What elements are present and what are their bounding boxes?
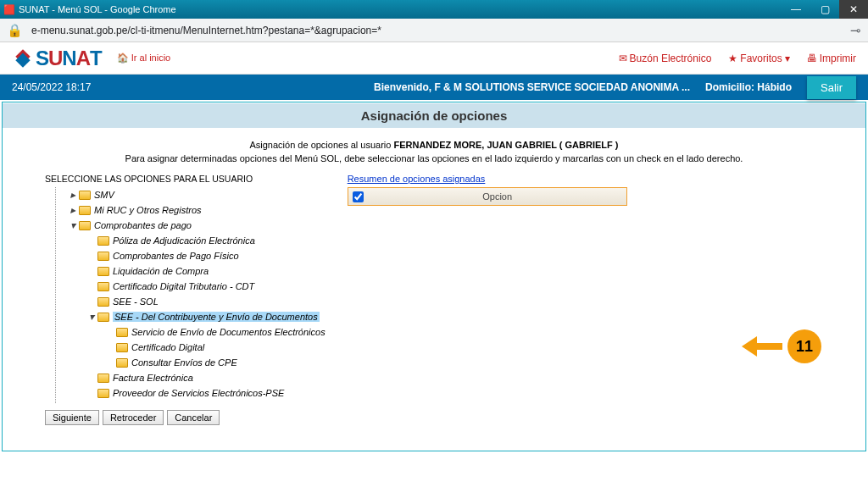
- folder-icon: [116, 358, 128, 368]
- folder-icon: [97, 252, 109, 261]
- tree-header: SELECCIONE LAS OPCIONES PARA EL USUARIO: [45, 174, 326, 184]
- window-title: SUNAT - Menú SOL - Google Chrome: [19, 4, 176, 14]
- retroceder-button[interactable]: Retroceder: [103, 410, 164, 425]
- folder-icon: [79, 206, 91, 215]
- vertical-separator: [331, 174, 342, 425]
- folder-icon: [116, 328, 128, 337]
- opcion-checkbox[interactable]: [353, 191, 364, 202]
- folder-icon: [97, 389, 109, 398]
- window-titlebar: 🟥 SUNAT - Menú SOL - Google Chrome ― ▢ ✕: [0, 0, 868, 19]
- tree-item-mi-ruc[interactable]: ▸Mi RUC y Otros Registros: [52, 202, 326, 218]
- assign-user: FERNANDEZ MORE, JUAN GABRIEL ( GABRIELF …: [393, 140, 618, 150]
- mail-icon: ✉: [619, 53, 627, 64]
- app-header: SUNAT 🏠 Ir al inicio ✉ Buzón Electrónico…: [0, 42, 868, 75]
- datetime: 24/05/2022 18:17: [12, 81, 91, 93]
- arrow-left-icon: [742, 338, 782, 355]
- tree-item[interactable]: Comprobantes de Pago Físico: [52, 248, 326, 263]
- tree-item[interactable]: Proveedor de Servicios Electrónicos-PSE: [52, 385, 326, 401]
- print-icon: 🖶: [807, 53, 817, 64]
- page-title: Asignación de opciones: [3, 102, 865, 128]
- folder-icon: [79, 221, 91, 230]
- password-key-icon[interactable]: ⊸: [850, 23, 861, 38]
- logo-icon: [12, 47, 34, 69]
- tree-item-smv[interactable]: ▸SMV: [52, 187, 326, 202]
- folder-icon: [97, 313, 109, 322]
- favoritos-link[interactable]: ★ Favoritos ▾: [728, 53, 789, 64]
- close-button[interactable]: ✕: [839, 0, 868, 19]
- tree-item[interactable]: Comprobantes - Contingencia: [52, 401, 326, 403]
- app-icon: 🟥: [3, 4, 15, 15]
- opcion-header: Opcion: [369, 191, 626, 202]
- tree-item[interactable]: Consultar Envíos de CPE: [52, 355, 326, 370]
- folder-icon: [97, 236, 109, 246]
- tree-item[interactable]: Servicio de Envío de Documentos Electrón…: [52, 324, 326, 340]
- assign-prefix: Asignación de opciones al usuario: [249, 140, 393, 150]
- tree-item[interactable]: Certificado Digital: [52, 340, 326, 355]
- maximize-button[interactable]: ▢: [810, 0, 839, 19]
- imprimir-label: Imprimir: [820, 53, 856, 64]
- tree-item[interactable]: Factura Electrónica: [52, 370, 326, 385]
- tree-item[interactable]: Certificado Digital Tributario - CDT: [52, 279, 326, 294]
- buzon-link[interactable]: ✉ Buzón Electrónico: [619, 53, 712, 64]
- home-icon: 🏠: [117, 53, 129, 63]
- lock-icon: 🔒: [7, 23, 23, 38]
- favoritos-label: Favoritos: [740, 53, 782, 64]
- instruction-callout: 11: [742, 329, 821, 363]
- tree-item-see-contrib[interactable]: ▾SEE - Del Contribuyente y Envío de Docu…: [52, 309, 326, 324]
- siguiente-button[interactable]: Siguiente: [45, 410, 99, 425]
- opcion-table: Opcion: [348, 187, 627, 206]
- options-tree[interactable]: ▸SMV ▸Mi RUC y Otros Registros ▾Comproba…: [45, 187, 326, 403]
- domicilio-text: Domicilio: Hábido: [705, 81, 792, 93]
- folder-icon: [97, 297, 109, 307]
- tree-item[interactable]: Liquidación de Compra: [52, 263, 326, 279]
- home-label: Ir al inicio: [131, 53, 170, 63]
- resumen-link[interactable]: Resumen de opciones asignadas: [348, 174, 486, 184]
- sunat-logo: SUNAT: [12, 47, 102, 70]
- folder-icon: [97, 267, 109, 276]
- chevron-down-icon: ▾: [785, 53, 790, 64]
- window-controls: ― ▢ ✕: [782, 0, 868, 19]
- status-bar: 24/05/2022 18:17 Bienvenido, F & M SOLUT…: [0, 75, 868, 100]
- salir-button[interactable]: Salir: [807, 76, 856, 99]
- star-icon: ★: [728, 53, 737, 64]
- assigned-panel: Resumen de opciones asignadas Opcion: [348, 174, 823, 425]
- folder-icon: [97, 282, 109, 291]
- url-text[interactable]: e-menu.sunat.gob.pe/cl-ti-itmenu/MenuInt…: [31, 25, 842, 36]
- cancelar-button[interactable]: Cancelar: [167, 410, 220, 425]
- browser-address-bar: 🔒 e-menu.sunat.gob.pe/cl-ti-itmenu/MenuI…: [0, 19, 868, 42]
- step-number-badge: 11: [787, 329, 821, 363]
- assign-description: Para asignar determinadas opciones del M…: [45, 153, 823, 163]
- home-link[interactable]: 🏠 Ir al inicio: [117, 53, 171, 64]
- folder-icon: [97, 374, 109, 383]
- main-frame: Asignación de opciones Asignación de opc…: [2, 102, 866, 451]
- minimize-button[interactable]: ―: [782, 0, 810, 19]
- buzon-label: Buzón Electrónico: [630, 53, 712, 64]
- folder-icon: [116, 343, 128, 352]
- welcome-text: Bienvenido, F & M SOLUTIONS SERVICE SOCI…: [374, 81, 690, 93]
- options-tree-panel: SELECCIONE LAS OPCIONES PARA EL USUARIO …: [45, 174, 326, 425]
- imprimir-link[interactable]: 🖶 Imprimir: [807, 53, 856, 64]
- tree-item-comprobantes[interactable]: ▾Comprobantes de pago: [52, 218, 326, 233]
- assign-title: Asignación de opciones al usuario FERNAN…: [45, 140, 823, 150]
- tree-item[interactable]: SEE - SOL: [52, 294, 326, 309]
- folder-icon: [79, 191, 91, 200]
- tree-item[interactable]: Póliza de Adjudicación Electrónica: [52, 233, 326, 248]
